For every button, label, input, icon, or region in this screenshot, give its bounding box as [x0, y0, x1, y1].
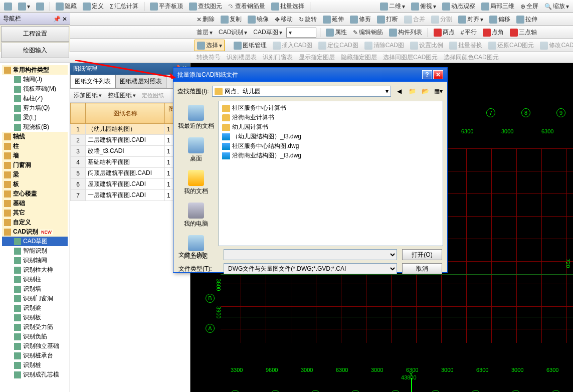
caddraft-combo[interactable]: CAD草图 ▾: [251, 27, 284, 38]
tree-item[interactable]: 其它: [2, 208, 68, 218]
table-row[interactable]: 2二层建筑平面图.CADI1: [71, 135, 190, 146]
dwgmgr-button[interactable]: 图纸管理: [232, 40, 269, 51]
drawing-table[interactable]: 图纸名称 图纸比例 1（幼儿园结构图）12二层建筑平面图.CADI13改墙_t3…: [70, 103, 190, 392]
offset-button[interactable]: 偏移: [487, 14, 512, 25]
props-button[interactable]: 属性: [324, 27, 349, 38]
trim-button[interactable]: 修剪: [348, 14, 373, 25]
tree-item[interactable]: 板: [2, 179, 68, 189]
stretch-button[interactable]: 拉伸: [514, 14, 539, 25]
place-mycomp[interactable]: 我的电脑: [175, 201, 217, 230]
convsym-button[interactable]: 转换符号: [195, 52, 223, 63]
fullscreen-button[interactable]: ⊕ 全屏: [518, 1, 540, 12]
reclist-button[interactable]: 识别楼层表: [225, 52, 259, 63]
table-row[interactable]: 3改墙_t3.CADI1: [71, 146, 190, 157]
tree-item[interactable]: 柱: [2, 141, 68, 151]
extend-button[interactable]: 延伸: [321, 14, 346, 25]
file-item[interactable]: 社区服务中心计算书: [221, 103, 441, 113]
place-recent[interactable]: 我最近的文档: [175, 103, 217, 132]
split-button[interactable]: 分割: [429, 14, 454, 25]
filetype-select[interactable]: DWG文件与矢量图文件(*.DWG;*.GVD;*.CAI: [224, 263, 397, 274]
tree-item[interactable]: 剪力墙(Q): [2, 103, 68, 113]
twopoint-button[interactable]: 两点: [432, 27, 457, 38]
sum-button[interactable]: Σ 汇总计算: [108, 1, 140, 12]
tree-item[interactable]: 识别独立基础: [2, 341, 68, 351]
viewrebar-button[interactable]: ಌ 查看钢筋量: [226, 1, 267, 12]
tree-item[interactable]: 梁(L): [2, 113, 68, 122]
locate-drawing-button[interactable]: 定位图纸: [140, 90, 166, 101]
move-button[interactable]: ✥ 移动: [273, 14, 295, 25]
blank-combo[interactable]: ▾: [286, 28, 316, 38]
dwg-tab-list[interactable]: 图纸文件列表: [70, 75, 115, 88]
rotate-button[interactable]: ↻ 旋转: [297, 14, 319, 25]
insertcad-button[interactable]: 插入CAD图: [271, 40, 314, 51]
nav-pin-icon[interactable]: 📌 ✕: [53, 16, 67, 23]
newfolder-icon[interactable]: 📂: [420, 86, 430, 96]
cadrec-combo[interactable]: CAD识别 ▾: [217, 27, 249, 38]
tree-item[interactable]: 基础: [2, 199, 68, 208]
topview-button[interactable]: 俯视▾: [409, 1, 438, 12]
place-desktop[interactable]: 桌面: [175, 135, 217, 165]
restorecad-button[interactable]: 还原CAD图元: [486, 40, 536, 51]
tree-item[interactable]: 自定义: [2, 218, 68, 227]
nav-tab-project[interactable]: 工程设置: [1, 26, 69, 42]
tb-generic[interactable]: [2, 2, 14, 12]
file-list[interactable]: 社区服务中心计算书沿街商业计算书幼儿园计算书（幼儿园结构图）_t3.dwg社区服…: [219, 101, 443, 246]
hide-button[interactable]: 隐藏: [54, 1, 79, 12]
tree-item[interactable]: 识别桩: [2, 360, 68, 370]
zoom-button[interactable]: 🔍 缩放▾: [542, 1, 571, 12]
tree-item[interactable]: 识别桩承台: [2, 351, 68, 360]
file-item[interactable]: 沿街商业计算书: [221, 113, 441, 122]
up-icon[interactable]: 📁: [407, 86, 417, 96]
nav-tree[interactable]: 常用构件类型轴网(J)筏板基础(M)框柱(Z)剪力墙(Q)梁(L)现浇板(B)轴…: [0, 63, 70, 392]
pointangle-button[interactable]: 点角: [481, 27, 506, 38]
tree-item[interactable]: 门窗洞: [2, 160, 68, 170]
back-icon[interactable]: ◀: [394, 86, 404, 96]
tb-generic[interactable]: ▾: [16, 2, 32, 12]
place-mydocs[interactable]: 我的文档: [175, 168, 217, 198]
cancel-button[interactable]: 取消: [402, 263, 442, 274]
table-row[interactable]: 4基础结构平面图1: [71, 157, 190, 168]
complist-button[interactable]: 构件列表: [387, 27, 424, 38]
showlayer-button[interactable]: 显示指定图层: [297, 52, 337, 63]
editrebar-button[interactable]: ✎ 编辑钢筋: [351, 27, 385, 38]
dialog-titlebar[interactable]: 批量添加CAD图纸文件 ? ✕: [173, 68, 447, 82]
file-item[interactable]: 幼儿园计算书: [221, 122, 441, 132]
define-button[interactable]: 定义: [81, 1, 106, 12]
selsamecolor-button[interactable]: 选择同颜色CAD图元: [442, 52, 500, 63]
tree-item[interactable]: 识别成孔芯模: [2, 370, 68, 379]
lookin-combo[interactable]: 网点、幼儿园 ▾: [212, 86, 391, 97]
filename-input[interactable]: [224, 249, 397, 260]
tree-item[interactable]: 筏板基础(M): [2, 84, 68, 94]
tree-item[interactable]: 识别受力筋: [2, 322, 68, 332]
tree-item[interactable]: 识别轴网: [2, 256, 68, 265]
align-button[interactable]: 对齐▾: [456, 14, 485, 25]
delete-button[interactable]: ✕ 删除: [195, 14, 217, 25]
tree-item[interactable]: 识别柱: [2, 275, 68, 284]
open-button[interactable]: 打开(O): [402, 249, 442, 260]
tree-item[interactable]: 现浇板(B): [2, 122, 68, 132]
table-row[interactable]: 1（幼儿园结构图）1: [71, 124, 190, 135]
batchsel-button[interactable]: 批量选择: [269, 1, 306, 12]
dynview-button[interactable]: 动态观察: [440, 1, 477, 12]
tree-item[interactable]: 识别柱大样: [2, 265, 68, 275]
table-row[interactable]: 6屋顶建筑平面图.CADI1: [71, 179, 190, 190]
table-row[interactable]: 5闷顶层建筑平面图.CADI1: [71, 168, 190, 179]
tree-item[interactable]: 框柱(Z): [2, 94, 68, 103]
merge-button[interactable]: 合并: [402, 14, 427, 25]
local3d-button[interactable]: 局部三维: [479, 1, 516, 12]
selsamelayer-button[interactable]: 选择同图层CAD图元: [381, 52, 440, 63]
nav-tab-draw[interactable]: 绘图输入: [1, 43, 69, 58]
tree-item[interactable]: 墙: [2, 151, 68, 160]
threepoint-button[interactable]: 三点轴: [508, 27, 539, 38]
dialog-help-button[interactable]: ?: [422, 70, 432, 79]
tree-item[interactable]: 识别板: [2, 313, 68, 322]
dwg-tab-floor[interactable]: 图纸楼层对照表: [115, 75, 166, 88]
tree-item[interactable]: CAD草图: [2, 237, 68, 246]
flatten-button[interactable]: 平齐板顶: [148, 1, 185, 12]
file-item[interactable]: 社区服务中心结构图.dwg: [221, 141, 441, 151]
setscale-button[interactable]: 设置比例: [408, 40, 445, 51]
hidelayer-button[interactable]: 隐藏指定图层: [339, 52, 379, 63]
tree-item[interactable]: 常用构件类型: [2, 65, 68, 75]
tree-item[interactable]: 空心楼盖: [2, 189, 68, 199]
tree-item[interactable]: 识别门窗洞: [2, 294, 68, 303]
